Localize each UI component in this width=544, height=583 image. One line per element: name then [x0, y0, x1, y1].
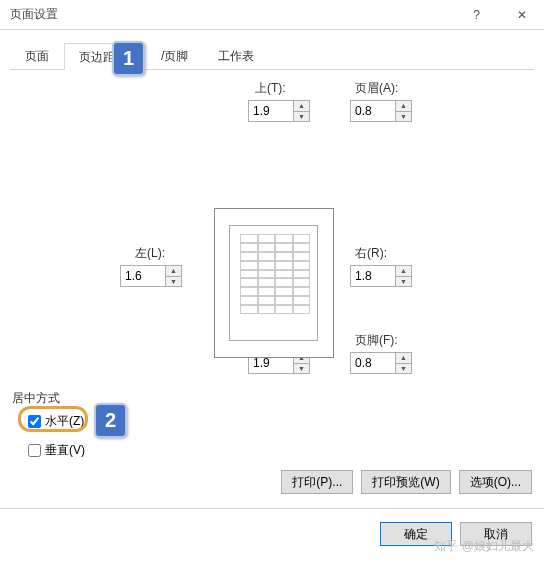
spin-up-icon[interactable]: ▲: [396, 266, 411, 277]
spin-down-icon[interactable]: ▼: [396, 112, 411, 122]
highlight-ring: [18, 406, 88, 432]
ok-button[interactable]: 确定: [380, 522, 452, 546]
page-preview: [214, 208, 334, 358]
spin-down-icon[interactable]: ▼: [294, 364, 309, 374]
spin-up-icon[interactable]: ▲: [396, 101, 411, 112]
cancel-button[interactable]: 取消: [460, 522, 532, 546]
title-bar: 页面设置 ? ✕: [0, 0, 544, 30]
print-button[interactable]: 打印(P)...: [281, 470, 353, 494]
help-button[interactable]: ?: [454, 0, 499, 30]
spin-down-icon[interactable]: ▼: [396, 364, 411, 374]
footer-margin-label: 页脚(F):: [355, 332, 398, 349]
footer-margin-input[interactable]: ▲▼: [350, 352, 412, 374]
center-v-label: 垂直(V): [45, 442, 85, 459]
close-button[interactable]: ✕: [499, 0, 544, 30]
content-area: 上(T): ▲▼ 页眉(A): ▲▼ 左(L): ▲▼ 右(R): ▲▼ 下(B…: [0, 70, 544, 80]
left-margin-label: 左(L):: [135, 245, 165, 262]
right-margin-input[interactable]: ▲▼: [350, 265, 412, 287]
tab-page[interactable]: 页面: [10, 42, 64, 69]
header-margin-input[interactable]: ▲▼: [350, 100, 412, 122]
tab-bar: 页面 页边距 /页脚 工作表: [10, 42, 534, 70]
center-group-label: 居中方式: [12, 390, 60, 407]
options-button[interactable]: 选项(O)...: [459, 470, 532, 494]
center-v-box[interactable]: [28, 444, 41, 457]
left-margin-input[interactable]: ▲▼: [120, 265, 182, 287]
window-title: 页面设置: [0, 6, 58, 23]
top-margin-label: 上(T):: [255, 80, 286, 97]
spin-down-icon[interactable]: ▼: [294, 112, 309, 122]
right-margin-label: 右(R):: [355, 245, 387, 262]
callout-2: 2: [94, 403, 127, 438]
spin-up-icon[interactable]: ▲: [396, 353, 411, 364]
header-margin-label: 页眉(A):: [355, 80, 398, 97]
callout-1: 1: [112, 41, 145, 76]
spin-up-icon[interactable]: ▲: [166, 266, 181, 277]
top-margin-input[interactable]: ▲▼: [248, 100, 310, 122]
spin-up-icon[interactable]: ▲: [294, 101, 309, 112]
print-preview-button[interactable]: 打印预览(W): [361, 470, 450, 494]
center-vertical-checkbox[interactable]: 垂直(V): [28, 442, 85, 459]
spin-down-icon[interactable]: ▼: [396, 277, 411, 287]
tab-sheet[interactable]: 工作表: [203, 42, 269, 69]
spin-down-icon[interactable]: ▼: [166, 277, 181, 287]
